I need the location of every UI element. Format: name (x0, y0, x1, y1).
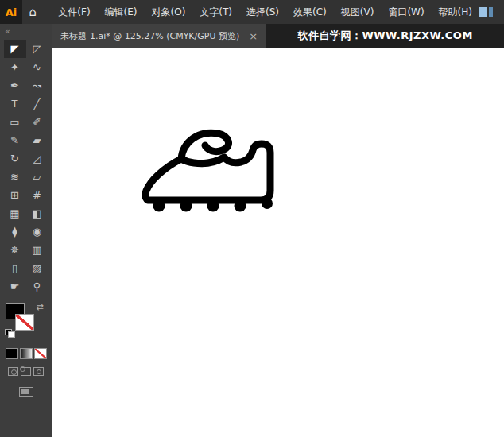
drawing-mode-buttons (8, 367, 44, 376)
paintbrush-tool[interactable]: ✐ (26, 113, 48, 131)
blend-tool[interactable]: ◉ (26, 222, 48, 241)
draw-behind-button[interactable] (21, 367, 31, 376)
curvature-tool[interactable]: ↝ (26, 76, 48, 95)
curvature-tool-icon: ↝ (33, 79, 41, 91)
eraser-tool[interactable]: ▰ (26, 131, 48, 149)
rotate-tool-icon: ↻ (10, 153, 19, 164)
rotate-tool[interactable]: ↻ (4, 149, 26, 168)
menu-items: 文件(F)编辑(E)对象(O)文字(T)选择(S)效果(C)视图(V)窗口(W)… (51, 0, 479, 24)
color-button[interactable] (6, 348, 18, 359)
slice-tool[interactable]: ▨ (26, 259, 48, 277)
tools-panel: « ◤◸✦∿✒↝T╱▭✐✎▰↻◿≋▱⊞#▦◧⧫◉✵▥▯▨☛⚲ ⇄ (0, 24, 52, 437)
gradient-button[interactable] (20, 348, 33, 359)
mesh-tool-icon: ▦ (10, 207, 19, 219)
screen-mode-button[interactable] (19, 387, 33, 397)
column-graph-tool[interactable]: ▥ (26, 241, 48, 259)
menu-item[interactable]: 文件(F) (51, 0, 97, 24)
eyedropper-tool[interactable]: ⧫ (4, 222, 26, 241)
selection-tool-icon: ◤ (11, 43, 19, 55)
soccer-cleat-drawing[interactable] (137, 126, 293, 224)
blend-tool-icon: ◉ (33, 226, 41, 238)
pencil-tool-icon: ✎ (10, 134, 19, 146)
menu-item[interactable]: 窗口(W) (381, 0, 431, 24)
menu-item[interactable]: 对象(O) (145, 0, 193, 24)
type-tool-icon: T (12, 98, 18, 110)
default-fill-stroke-icon[interactable] (5, 329, 15, 338)
artboard-canvas[interactable] (52, 48, 504, 437)
free-transform-tool[interactable]: ▱ (26, 168, 48, 186)
magic-wand-tool[interactable]: ✦ (4, 58, 26, 76)
perspective-grid-tool[interactable]: # (26, 186, 48, 204)
workspace-switcher-icon[interactable] (479, 7, 493, 17)
pen-tool-icon: ✒ (10, 79, 19, 91)
pencil-tool[interactable]: ✎ (4, 131, 26, 149)
symbol-sprayer-tool[interactable]: ✵ (4, 241, 26, 259)
shape-builder-tool[interactable]: ⊞ (4, 186, 26, 204)
mesh-tool[interactable]: ▦ (4, 204, 26, 222)
collapse-panel-icon[interactable]: « (0, 24, 52, 40)
symbol-sprayer-tool-icon: ✵ (10, 244, 19, 256)
menu-item[interactable]: 帮助(H) (432, 0, 479, 24)
zoom-tool-icon: ⚲ (33, 280, 41, 292)
lasso-tool-icon: ∿ (33, 61, 41, 73)
eyedropper-tool-icon: ⧫ (12, 226, 17, 238)
line-segment-tool[interactable]: ╱ (26, 95, 48, 113)
lasso-tool[interactable]: ∿ (26, 58, 48, 76)
perspective-grid-tool-icon: # (33, 189, 41, 201)
swap-fill-stroke-icon[interactable]: ⇄ (37, 302, 44, 312)
document-tab-bar: 未标题-1.ai* @ 125.27% (CMYK/GPU 预览) × 软件自学… (52, 24, 504, 48)
menu-item[interactable]: 视图(V) (334, 0, 382, 24)
hand-tool[interactable]: ☛ (4, 277, 26, 296)
menu-item[interactable]: 效果(C) (286, 0, 334, 24)
selection-tool[interactable]: ◤ (4, 40, 26, 58)
close-icon[interactable]: × (249, 30, 258, 42)
column-graph-tool-icon: ▥ (32, 244, 41, 256)
illustrator-logo-icon: Ai (0, 0, 22, 24)
direct-selection-tool-icon: ◸ (33, 43, 41, 55)
gradient-tool[interactable]: ◧ (26, 204, 48, 222)
none-button[interactable] (34, 348, 47, 359)
stroke-swatch[interactable] (15, 314, 34, 331)
type-tool[interactable]: T (4, 95, 26, 113)
paint-mode-buttons (6, 348, 47, 359)
menu-item[interactable]: 编辑(E) (98, 0, 145, 24)
shape-builder-tool-icon: ⊞ (10, 189, 19, 201)
hand-tool-icon: ☛ (10, 280, 20, 292)
menubar: Ai ⌂ 文件(F)编辑(E)对象(O)文字(T)选择(S)效果(C)视图(V)… (0, 0, 504, 25)
document-tab-title: 未标题-1.ai* @ 125.27% (CMYK/GPU 预览) (60, 30, 239, 42)
gradient-tool-icon: ◧ (32, 207, 41, 219)
width-tool[interactable]: ≋ (4, 168, 26, 186)
scale-tool[interactable]: ◿ (26, 149, 48, 168)
watermark-text: 软件自学网：WWW.RJZXW.COM (266, 24, 504, 48)
artboard-tool[interactable]: ▯ (4, 259, 26, 277)
menu-item[interactable]: 选择(S) (239, 0, 286, 24)
rectangle-tool[interactable]: ▭ (4, 113, 26, 131)
scale-tool-icon: ◿ (33, 153, 41, 164)
menu-item[interactable]: 文字(T) (192, 0, 239, 24)
pen-tool[interactable]: ✒ (4, 76, 26, 95)
eraser-tool-icon: ▰ (33, 134, 41, 146)
artboard-tool-icon: ▯ (12, 262, 17, 274)
fill-stroke-widget: ⇄ (3, 302, 49, 338)
magic-wand-tool-icon: ✦ (10, 61, 19, 73)
draw-inside-button[interactable] (33, 367, 44, 376)
menubar-right (479, 0, 504, 24)
tools-grid: ◤◸✦∿✒↝T╱▭✐✎▰↻◿≋▱⊞#▦◧⧫◉✵▥▯▨☛⚲ (4, 40, 48, 296)
zoom-tool[interactable]: ⚲ (26, 277, 48, 296)
document-tab[interactable]: 未标题-1.ai* @ 125.27% (CMYK/GPU 预览) × (52, 24, 266, 48)
line-segment-tool-icon: ╱ (34, 98, 41, 110)
home-icon[interactable]: ⌂ (22, 0, 43, 24)
direct-selection-tool[interactable]: ◸ (26, 40, 48, 58)
paintbrush-tool-icon: ✐ (33, 116, 41, 128)
width-tool-icon: ≋ (10, 171, 19, 183)
free-transform-tool-icon: ▱ (33, 171, 41, 183)
slice-tool-icon: ▨ (32, 262, 41, 274)
draw-normal-button[interactable] (8, 367, 18, 376)
rectangle-tool-icon: ▭ (10, 116, 19, 128)
